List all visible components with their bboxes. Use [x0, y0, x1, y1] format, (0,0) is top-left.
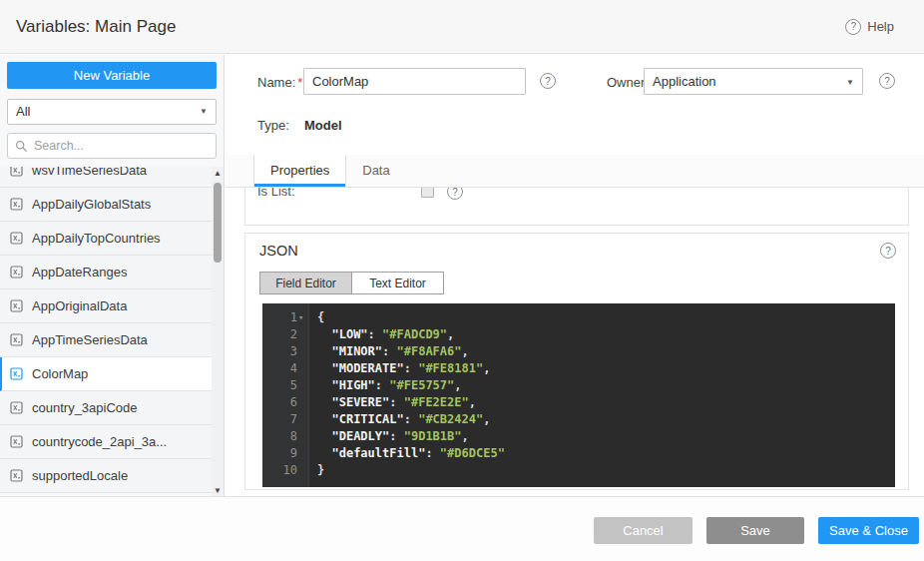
- is-list-checkbox[interactable]: [421, 188, 434, 198]
- sidebar-item-AppTimeSeriesData[interactable]: AppTimeSeriesData: [0, 323, 212, 357]
- footer-buttons: Cancel Save Save & Close: [594, 517, 919, 544]
- variable-icon: [10, 469, 23, 482]
- variable-icon: [10, 367, 23, 380]
- help-link[interactable]: ? Help: [845, 19, 894, 35]
- editor-mode-toggle: Field Editor Text Editor: [259, 272, 444, 294]
- scrollbar-thumb[interactable]: [214, 183, 222, 263]
- save-and-close-button[interactable]: Save & Close: [818, 517, 919, 544]
- is-list-help-icon[interactable]: ?: [447, 188, 463, 200]
- search-icon: [15, 140, 28, 153]
- main-panel: Name:* ? Owner:* Application ▼ ? Type: M…: [226, 55, 924, 496]
- page-header: Variables: Main Page ? Help: [0, 0, 924, 54]
- sidebar-item-label: ColorMap: [32, 366, 88, 381]
- sidebar-item-ColorMap[interactable]: ColorMap: [0, 357, 212, 391]
- variable-icon: [10, 266, 23, 279]
- save-button[interactable]: Save: [706, 517, 804, 544]
- variable-icon: [10, 299, 23, 312]
- variable-icon: [10, 232, 23, 245]
- properties-panel-clipped: Is List: ?: [244, 188, 909, 226]
- variable-list: wsvTimeSeriesDataAppDailyGlobalStatsAppD…: [0, 167, 212, 496]
- text-editor-button[interactable]: Text Editor: [351, 272, 444, 294]
- sidebar-item-label: supportedLocale: [32, 468, 128, 483]
- chevron-down-icon: ▼: [200, 100, 208, 124]
- new-variable-button[interactable]: New Variable: [7, 62, 217, 89]
- variable-icon: [10, 198, 23, 211]
- sidebar-item-countrycode_2api_3a...[interactable]: countrycode_2api_3a...: [0, 425, 212, 459]
- search-input[interactable]: [8, 134, 216, 158]
- sidebar-item-AppDailyGlobalStats[interactable]: AppDailyGlobalStats: [0, 188, 212, 222]
- json-code-editor[interactable]: 1▾{2 "LOW": "#FADCD9",3 "MINOR": "#F8AFA…: [262, 303, 895, 487]
- variable-icon: [10, 401, 23, 414]
- owner-value: Application: [653, 74, 716, 89]
- search-box: [7, 133, 217, 159]
- tab-data[interactable]: Data: [346, 155, 405, 187]
- sidebar: New Variable All ▼ wsvTimeSeriesDataAppD…: [0, 55, 225, 496]
- json-panel: JSON ? Field Editor Text Editor 1▾{2 "LO…: [244, 233, 909, 490]
- sidebar-item-label: AppOriginalData: [32, 298, 127, 313]
- scroll-down-icon[interactable]: ▼: [212, 484, 224, 496]
- field-editor-button[interactable]: Field Editor: [259, 272, 352, 294]
- filter-value: All: [16, 104, 30, 119]
- type-value: Model: [304, 118, 342, 133]
- required-marker: *: [297, 75, 302, 90]
- sidebar-item-supportedLocale[interactable]: supportedLocale: [0, 459, 212, 493]
- variable-icon: [10, 333, 23, 346]
- is-list-label: Is List:: [257, 188, 295, 199]
- name-label: Name:*: [257, 75, 302, 90]
- json-section-title: JSON: [259, 243, 298, 259]
- sidebar-item-AppDailyTopCountries[interactable]: AppDailyTopCountries: [0, 222, 212, 256]
- sidebar-item-AppDateRanges[interactable]: AppDateRanges: [0, 256, 212, 289]
- sidebar-item-label: AppDateRanges: [32, 265, 127, 280]
- sidebar-item-label: AppDailyGlobalStats: [32, 197, 151, 212]
- code-lines: 1▾{2 "LOW": "#FADCD9",3 "MINOR": "#F8AFA…: [262, 303, 895, 479]
- scroll-up-icon[interactable]: ▲: [212, 167, 224, 179]
- tab-bar: Properties Data: [226, 155, 924, 188]
- owner-dropdown[interactable]: Application ▼: [644, 68, 863, 95]
- variable-icon: [10, 435, 23, 448]
- variable-icon: [10, 167, 23, 177]
- filter-dropdown[interactable]: All ▼: [7, 99, 217, 125]
- owner-help-icon[interactable]: ?: [879, 73, 895, 89]
- name-input[interactable]: [303, 68, 526, 95]
- sidebar-item-AppOriginalData[interactable]: AppOriginalData: [0, 289, 212, 323]
- name-help-icon[interactable]: ?: [540, 73, 556, 89]
- cancel-button[interactable]: Cancel: [594, 517, 693, 544]
- type-label: Type:: [257, 118, 289, 133]
- help-icon: ?: [845, 19, 861, 35]
- footer: Cancel Save Save & Close: [0, 496, 924, 561]
- sidebar-item-country_3apiCode[interactable]: country_3apiCode: [0, 391, 212, 425]
- help-label: Help: [867, 19, 894, 34]
- sidebar-item-label: AppDailyTopCountries: [32, 231, 161, 246]
- tab-properties[interactable]: Properties: [253, 155, 346, 187]
- sidebar-item-label: countrycode_2api_3a...: [32, 434, 167, 449]
- json-help-icon[interactable]: ?: [880, 243, 896, 259]
- list-scrollbar[interactable]: ▲ ▼: [212, 167, 224, 496]
- sidebar-item-wsvTimeSeriesData[interactable]: wsvTimeSeriesData: [0, 167, 212, 188]
- sidebar-item-label: country_3apiCode: [32, 400, 138, 415]
- page-title: Variables: Main Page: [16, 17, 176, 37]
- sidebar-item-label: wsvTimeSeriesData: [32, 167, 147, 178]
- sidebar-item-label: AppTimeSeriesData: [32, 332, 148, 347]
- chevron-down-icon: ▼: [846, 69, 854, 94]
